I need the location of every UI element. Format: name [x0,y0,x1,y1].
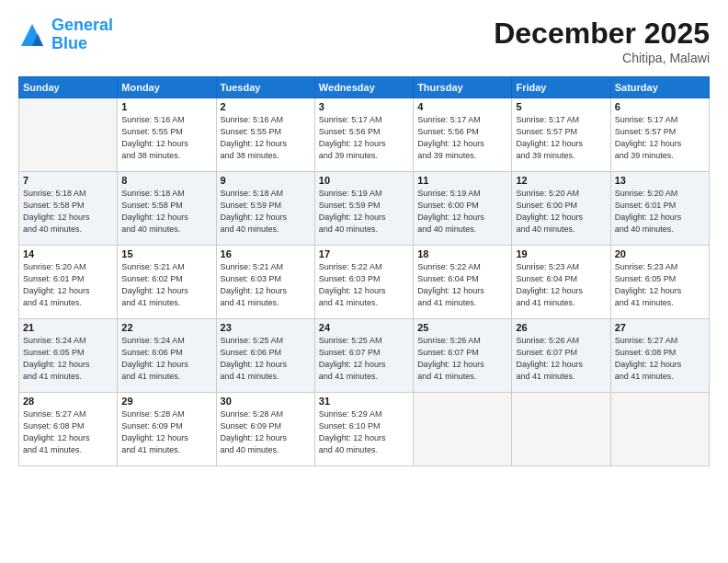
col-tuesday: Tuesday [216,77,314,98]
calendar-cell: 7Sunrise: 5:18 AM Sunset: 5:58 PM Daylig… [19,172,118,246]
calendar-week-5: 28Sunrise: 5:27 AM Sunset: 6:08 PM Dayli… [19,393,710,466]
col-sunday: Sunday [19,77,118,98]
day-info: Sunrise: 5:23 AM Sunset: 6:04 PM Dayligh… [516,261,606,309]
col-wednesday: Wednesday [314,77,413,98]
day-number: 29 [121,396,211,407]
col-monday: Monday [118,77,216,98]
day-number: 3 [319,101,409,112]
calendar-cell: 23Sunrise: 5:25 AM Sunset: 6:06 PM Dayli… [216,319,314,393]
day-number: 30 [221,396,311,407]
day-info: Sunrise: 5:18 AM Sunset: 5:59 PM Dayligh… [221,188,311,236]
day-info: Sunrise: 5:23 AM Sunset: 6:05 PM Dayligh… [615,261,705,309]
day-info: Sunrise: 5:21 AM Sunset: 6:03 PM Dayligh… [221,261,311,309]
day-info: Sunrise: 5:26 AM Sunset: 6:07 PM Dayligh… [417,335,507,383]
day-info: Sunrise: 5:24 AM Sunset: 6:05 PM Dayligh… [23,335,113,383]
calendar-cell: 19Sunrise: 5:23 AM Sunset: 6:04 PM Dayli… [512,246,610,319]
day-info: Sunrise: 5:28 AM Sunset: 6:09 PM Dayligh… [221,408,311,456]
day-info: Sunrise: 5:18 AM Sunset: 5:58 PM Dayligh… [23,188,113,236]
calendar-cell: 24Sunrise: 5:25 AM Sunset: 6:07 PM Dayli… [314,319,413,393]
day-number: 10 [319,175,409,186]
title-area: December 2025 Chitipa, Malawi [494,17,710,65]
day-info: Sunrise: 5:19 AM Sunset: 6:00 PM Dayligh… [417,188,507,236]
day-info: Sunrise: 5:20 AM Sunset: 6:01 PM Dayligh… [615,188,705,236]
calendar-cell: 29Sunrise: 5:28 AM Sunset: 6:09 PM Dayli… [118,393,216,466]
day-number: 20 [615,248,705,259]
calendar-week-1: 1Sunrise: 5:16 AM Sunset: 5:55 PM Daylig… [19,98,710,172]
calendar-cell: 2Sunrise: 5:16 AM Sunset: 5:55 PM Daylig… [216,98,314,172]
calendar-cell: 1Sunrise: 5:16 AM Sunset: 5:55 PM Daylig… [118,98,216,172]
day-info: Sunrise: 5:21 AM Sunset: 6:02 PM Dayligh… [121,261,211,309]
day-number: 8 [121,175,211,186]
col-thursday: Thursday [414,77,512,98]
day-info: Sunrise: 5:17 AM Sunset: 5:57 PM Dayligh… [516,114,606,162]
calendar-cell: 11Sunrise: 5:19 AM Sunset: 6:00 PM Dayli… [414,172,512,246]
day-number: 18 [417,248,507,259]
calendar-cell: 6Sunrise: 5:17 AM Sunset: 5:57 PM Daylig… [610,98,709,172]
day-info: Sunrise: 5:28 AM Sunset: 6:09 PM Dayligh… [121,408,211,456]
day-number: 7 [23,175,113,186]
day-info: Sunrise: 5:20 AM Sunset: 6:01 PM Dayligh… [23,261,113,309]
col-friday: Friday [512,77,610,98]
day-info: Sunrise: 5:17 AM Sunset: 5:57 PM Dayligh… [615,114,705,162]
day-info: Sunrise: 5:22 AM Sunset: 6:03 PM Dayligh… [319,261,409,309]
calendar-cell: 10Sunrise: 5:19 AM Sunset: 5:59 PM Dayli… [314,172,413,246]
calendar-week-4: 21Sunrise: 5:24 AM Sunset: 6:05 PM Dayli… [19,319,710,393]
calendar-cell: 27Sunrise: 5:27 AM Sunset: 6:08 PM Dayli… [610,319,709,393]
location: Chitipa, Malawi [494,51,710,65]
calendar-cell [512,393,610,466]
day-info: Sunrise: 5:16 AM Sunset: 5:55 PM Dayligh… [121,114,211,162]
day-number: 16 [221,248,311,259]
calendar-cell: 4Sunrise: 5:17 AM Sunset: 5:56 PM Daylig… [414,98,512,172]
day-number: 5 [516,101,606,112]
day-number: 13 [615,175,705,186]
header-row: Sunday Monday Tuesday Wednesday Thursday… [19,77,710,98]
day-number: 19 [516,248,606,259]
day-info: Sunrise: 5:19 AM Sunset: 5:59 PM Dayligh… [319,188,409,236]
day-info: Sunrise: 5:24 AM Sunset: 6:06 PM Dayligh… [121,335,211,383]
day-number: 28 [23,396,113,407]
calendar-cell: 31Sunrise: 5:29 AM Sunset: 6:10 PM Dayli… [314,393,413,466]
calendar-cell: 17Sunrise: 5:22 AM Sunset: 6:03 PM Dayli… [314,246,413,319]
calendar-cell: 5Sunrise: 5:17 AM Sunset: 5:57 PM Daylig… [512,98,610,172]
calendar-cell: 21Sunrise: 5:24 AM Sunset: 6:05 PM Dayli… [19,319,118,393]
calendar-cell: 14Sunrise: 5:20 AM Sunset: 6:01 PM Dayli… [19,246,118,319]
calendar-cell: 3Sunrise: 5:17 AM Sunset: 5:56 PM Daylig… [314,98,413,172]
day-number: 4 [417,101,507,112]
day-number: 26 [516,322,606,333]
page: General Blue December 2025 Chitipa, Mala… [0,0,728,563]
calendar-cell: 12Sunrise: 5:20 AM Sunset: 6:00 PM Dayli… [512,172,610,246]
day-number: 12 [516,175,606,186]
day-number: 2 [221,101,311,112]
logo-icon [18,21,46,49]
calendar-cell: 20Sunrise: 5:23 AM Sunset: 6:05 PM Dayli… [610,246,709,319]
day-number: 1 [121,101,211,112]
header: General Blue December 2025 Chitipa, Mala… [18,17,710,65]
day-info: Sunrise: 5:17 AM Sunset: 5:56 PM Dayligh… [417,114,507,162]
calendar-cell: 25Sunrise: 5:26 AM Sunset: 6:07 PM Dayli… [414,319,512,393]
month-title: December 2025 [494,17,710,51]
logo: General Blue [18,17,113,53]
day-info: Sunrise: 5:26 AM Sunset: 6:07 PM Dayligh… [516,335,606,383]
day-number: 21 [23,322,113,333]
calendar-cell [414,393,512,466]
day-number: 11 [417,175,507,186]
calendar-cell [610,393,709,466]
day-number: 25 [417,322,507,333]
day-info: Sunrise: 5:29 AM Sunset: 6:10 PM Dayligh… [319,408,409,456]
day-number: 17 [319,248,409,259]
calendar-cell: 16Sunrise: 5:21 AM Sunset: 6:03 PM Dayli… [216,246,314,319]
col-saturday: Saturday [610,77,709,98]
day-number: 27 [615,322,705,333]
day-info: Sunrise: 5:20 AM Sunset: 6:00 PM Dayligh… [516,188,606,236]
calendar-cell: 13Sunrise: 5:20 AM Sunset: 6:01 PM Dayli… [610,172,709,246]
calendar-table: Sunday Monday Tuesday Wednesday Thursday… [18,76,710,466]
calendar-cell: 28Sunrise: 5:27 AM Sunset: 6:08 PM Dayli… [19,393,118,466]
day-number: 22 [121,322,211,333]
calendar-week-3: 14Sunrise: 5:20 AM Sunset: 6:01 PM Dayli… [19,246,710,319]
day-number: 15 [121,248,211,259]
day-info: Sunrise: 5:17 AM Sunset: 5:56 PM Dayligh… [319,114,409,162]
calendar-cell: 26Sunrise: 5:26 AM Sunset: 6:07 PM Dayli… [512,319,610,393]
day-info: Sunrise: 5:25 AM Sunset: 6:07 PM Dayligh… [319,335,409,383]
day-info: Sunrise: 5:27 AM Sunset: 6:08 PM Dayligh… [23,408,113,456]
calendar-cell: 8Sunrise: 5:18 AM Sunset: 5:58 PM Daylig… [118,172,216,246]
